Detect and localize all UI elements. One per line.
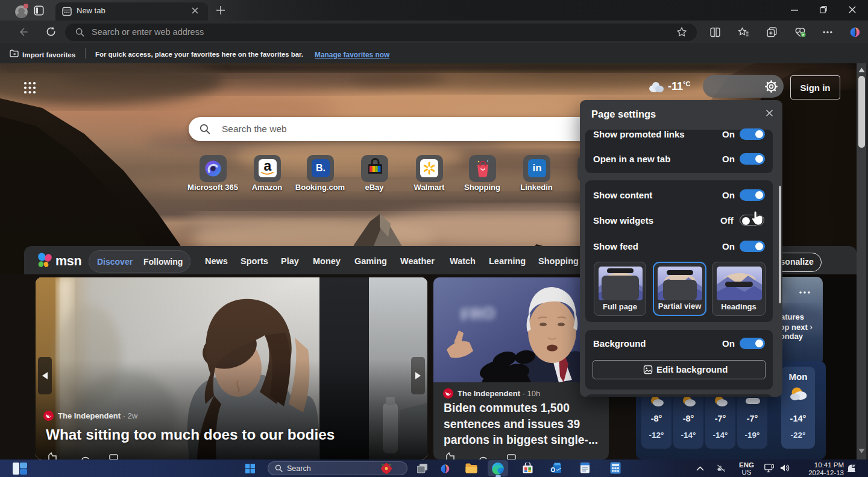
svg-text:FRO: FRO xyxy=(460,304,495,324)
